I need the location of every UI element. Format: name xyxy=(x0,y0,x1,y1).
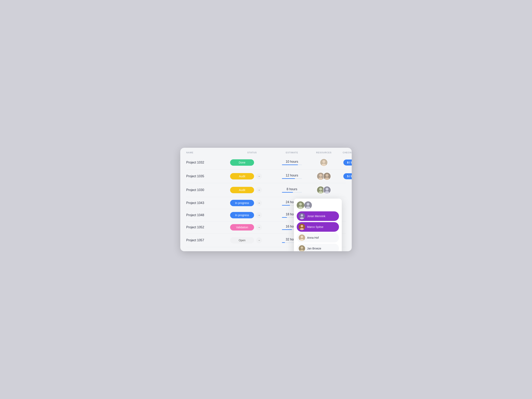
table-row: Project 1032 Done 10 hours 8 / 8 xyxy=(186,156,346,170)
col-resources: RESOURCES xyxy=(310,151,338,154)
svg-point-7 xyxy=(326,174,329,177)
project-name: Project 1043 xyxy=(186,201,230,205)
progress-bar-fill xyxy=(282,229,292,230)
estimate-hours: 8 hours xyxy=(274,187,310,191)
resources-cell xyxy=(310,172,338,180)
dropdown-item-jan[interactable]: Jan Broeze xyxy=(297,244,339,251)
svg-point-37 xyxy=(301,247,303,249)
progress-bar-fill xyxy=(282,242,285,243)
table-body: Project 1032 Done 10 hours 8 / 8 Project xyxy=(180,156,352,251)
progress-bar-bg xyxy=(282,165,302,165)
status-cell: Done xyxy=(230,159,274,166)
col-checklist: CHECKLIST xyxy=(338,151,352,154)
project-name: Project 1032 xyxy=(186,161,230,164)
dropdown-avatars-row xyxy=(297,201,339,209)
project-name: Project 1030 xyxy=(186,188,230,192)
status-cell: Audit → xyxy=(230,173,274,179)
checklist-badge: 8 / 8 xyxy=(343,159,352,165)
checklist-badge: 5 / 8 xyxy=(343,173,352,179)
dropdown-item-name: Anna Hof xyxy=(307,236,319,239)
checklist-cell: 5 / 8 xyxy=(338,173,352,179)
resources-cell xyxy=(310,186,338,194)
checklist-cell: / 8 xyxy=(338,187,352,193)
project-name: Project 1035 xyxy=(186,174,230,178)
dropdown-item-avatar xyxy=(299,213,305,219)
svg-point-13 xyxy=(326,188,329,190)
col-name: NAME xyxy=(186,151,230,154)
progress-bar-fill xyxy=(282,217,287,218)
dropdown-avatar xyxy=(297,201,304,209)
status-badge-inprogress[interactable]: In progress xyxy=(230,212,254,218)
status-badge-open[interactable]: Open xyxy=(230,237,254,243)
progress-bar-fill xyxy=(282,178,295,179)
dropdown-item-name: Marco Spitse xyxy=(307,225,323,228)
arrow-button[interactable]: → xyxy=(256,212,262,218)
progress-bar-fill xyxy=(282,205,290,206)
estimate-hours: 12 hours xyxy=(274,174,310,177)
status-cell: Open → xyxy=(230,237,274,243)
dropdown-item-joran[interactable]: Joran Mennink xyxy=(297,211,339,221)
svg-point-14 xyxy=(325,191,329,194)
avatar xyxy=(323,186,331,194)
resources-dropdown: Joran Mennink Marco Spitse Anna Hof xyxy=(294,199,342,251)
status-cell: Validation → xyxy=(230,224,274,230)
svg-point-1 xyxy=(323,160,325,163)
dropdown-item-anna[interactable]: Anna Hof xyxy=(297,233,339,242)
status-cell: In progress → xyxy=(230,200,274,206)
svg-point-5 xyxy=(318,177,323,180)
table-row: Project 1035 Audit → 12 hours 5 xyxy=(186,170,346,183)
svg-point-34 xyxy=(301,236,303,238)
svg-point-2 xyxy=(322,164,326,166)
status-cell: In progress → xyxy=(230,212,274,218)
col-status: STATUS xyxy=(230,151,274,154)
arrow-button[interactable]: → xyxy=(256,224,262,230)
main-card: NAME STATUS ESTIMATE RESOURCES CHECKLIST… xyxy=(180,148,352,251)
status-badge-audit[interactable]: Audit xyxy=(230,187,254,193)
svg-point-25 xyxy=(307,203,310,206)
dropdown-item-name: Joran Mennink xyxy=(307,215,325,218)
table-header: NAME STATUS ESTIMATE RESOURCES CHECKLIST xyxy=(180,148,352,156)
estimate-cell: 10 hours xyxy=(274,160,310,165)
progress-bar-fill xyxy=(282,165,298,165)
arrow-button[interactable]: → xyxy=(256,200,262,206)
status-badge-inprogress[interactable]: In progress xyxy=(230,200,254,206)
dropdown-item-avatar xyxy=(299,245,305,251)
status-cell: Audit → xyxy=(230,187,274,193)
estimate-cell: 12 hours xyxy=(274,174,310,179)
svg-point-8 xyxy=(325,177,329,180)
col-estimate: ESTIMATE xyxy=(274,151,310,154)
svg-point-28 xyxy=(301,214,303,216)
avatar xyxy=(320,158,328,166)
checklist-cell: 8 / 8 xyxy=(338,159,352,165)
estimate-hours: 10 hours xyxy=(274,160,310,164)
project-name: Project 1052 xyxy=(186,226,230,229)
dropdown-avatar xyxy=(304,201,312,209)
dropdown-item-avatar xyxy=(299,224,305,230)
svg-point-10 xyxy=(319,188,322,190)
table-row: Project 1030 Audit → 8 hours / 8 xyxy=(186,183,346,197)
svg-point-31 xyxy=(301,225,303,227)
svg-point-22 xyxy=(299,203,302,206)
svg-point-4 xyxy=(319,174,322,177)
arrow-button[interactable]: → xyxy=(256,187,262,193)
status-badge-done[interactable]: Done xyxy=(230,159,254,166)
status-badge-validation[interactable]: Validation xyxy=(230,224,254,230)
avatar xyxy=(323,172,331,180)
status-badge-audit[interactable]: Audit xyxy=(230,173,254,179)
progress-bar-bg xyxy=(282,178,302,179)
progress-bar-fill xyxy=(282,192,293,193)
arrow-button[interactable]: → xyxy=(256,173,262,179)
resources-cell xyxy=(310,158,338,166)
dropdown-item-marco[interactable]: Marco Spitse xyxy=(297,222,339,232)
arrow-button[interactable]: → xyxy=(256,237,262,243)
dropdown-item-avatar xyxy=(299,234,305,241)
progress-bar-bg xyxy=(282,192,302,193)
svg-point-11 xyxy=(318,191,323,194)
project-name: Project 1057 xyxy=(186,239,230,242)
project-name: Project 1048 xyxy=(186,213,230,217)
estimate-cell: 8 hours xyxy=(274,187,310,193)
dropdown-item-name: Jan Broeze xyxy=(307,247,321,250)
